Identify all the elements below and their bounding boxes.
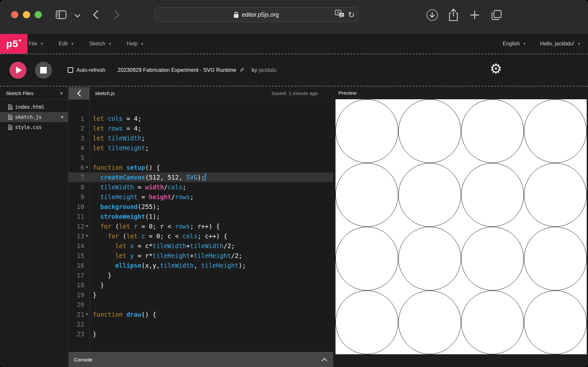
chevron-up-icon[interactable] [321,358,327,361]
menu-sketch[interactable]: Sketch▼ [89,41,112,47]
code-line[interactable]: 22 [69,319,333,329]
code-line[interactable]: 3let tileWidth; [69,133,333,143]
code-line-text: createCanvas(512, 512, SVG); [90,172,206,182]
code-line[interactable]: 17 } [69,270,333,280]
code-line[interactable]: 5 [69,153,333,163]
code-line-text: } [90,290,96,300]
line-number: 6 [69,163,84,172]
code-line[interactable]: 15 let y = r*tileHeight+tileHeight/2; [69,251,333,261]
zoom-window-button[interactable] [35,11,42,18]
new-tab-icon[interactable] [470,10,480,21]
ellipse-shape [399,100,461,163]
code-line[interactable]: 4let tileHeight; [69,143,333,153]
line-number: 14 [69,241,84,251]
reload-icon[interactable]: ↻ [348,11,355,19]
fold-arrow-icon[interactable]: ▼ [84,163,90,172]
code-line-text: let cols = 4; [90,114,141,123]
account-menu[interactable]: Hello, jackbdu!▼ [540,41,581,47]
code-line[interactable]: 13▼ for (let c = 0; c < cols; c++) { [69,231,333,241]
line-number: 15 [69,251,84,261]
p5-logo[interactable]: p5* [0,34,27,54]
forward-icon[interactable] [114,10,120,21]
line-number: 3 [69,133,84,143]
file-options-chevron-icon[interactable]: ▼ [61,115,63,119]
ellipse-shape [336,227,398,290]
code-line[interactable]: 21▼function draw() { [69,310,333,319]
auto-refresh-checkbox[interactable] [68,67,73,73]
code-line[interactable]: 12▼ for (let r = 0; r < rows; r++) { [69,221,333,231]
play-icon [16,67,22,74]
code-line[interactable]: 6▼function setup() { [69,163,333,172]
code-line[interactable]: 11 strokeWeight(1); [69,212,333,221]
file-row-index-html[interactable]: index.html [0,102,68,112]
code-line[interactable]: 14 let x = c*tileWidth+tileWidth/2; [69,241,333,251]
close-window-button[interactable] [11,11,18,18]
code-line[interactable]: 18 } [69,280,333,290]
code-line[interactable]: 20 [69,300,333,310]
code-line[interactable]: 16 ellipse(x,y,tileWidth, tileHeight); [69,261,333,270]
console-bar[interactable]: Console [69,352,333,367]
address-bar[interactable]: editor.p5js.org A文 ↻ [154,7,358,22]
code-area[interactable]: 1let cols = 4;2let rows = 4;3let tileWid… [69,100,333,352]
tab-overview-icon[interactable] [491,9,502,22]
file-name: sketch.js [15,114,41,120]
fold-arrow-icon[interactable]: ▼ [84,310,90,319]
language-selector[interactable]: English▼ [503,41,526,47]
chevron-down-icon[interactable] [74,13,80,19]
code-line[interactable]: 10 background(255); [69,202,333,212]
code-line[interactable]: 7 createCanvas(512, 512, SVG); [69,172,333,182]
line-number: 11 [69,212,84,221]
minimize-window-button[interactable] [23,11,30,18]
line-number: 18 [69,280,84,290]
code-line-text: tileWidth = width/cols; [90,182,186,192]
line-number: 13 [69,231,84,241]
stop-button[interactable] [35,62,52,79]
fold-arrow-icon[interactable]: ▼ [84,231,90,241]
text-cursor [205,173,206,181]
fold-gutter [84,182,90,192]
edit-title-pencil-icon[interactable]: ✎ [239,67,244,74]
p5-menu-bar: p5* File▼ Edit▼ Sketch▼ Help▼ English▼ H… [0,34,588,54]
downloads-icon[interactable] [426,9,438,23]
menu-file[interactable]: File▼ [29,41,44,47]
file-row-style-css[interactable]: style.css [0,122,68,132]
author-name[interactable]: jackbdu [259,67,277,73]
menu-edit[interactable]: Edit▼ [59,41,74,47]
ellipse-shape [336,291,398,354]
code-line[interactable]: 8 tileWidth = width/cols; [69,182,333,192]
file-name: style.css [15,124,41,130]
code-line[interactable]: 19} [69,290,333,300]
tab-sketch-js[interactable]: sketch.js [95,90,115,96]
code-line[interactable]: 1let cols = 4; [69,114,333,123]
sketch-files-header[interactable]: Sketch Files ▼ [0,87,68,100]
code-line[interactable]: 23} [69,329,333,339]
code-line[interactable]: 2let rows = 4; [69,123,333,133]
collapse-sidebar-button[interactable] [69,87,90,100]
chrome-separator [71,10,72,24]
code-line-text: function setup() { [90,163,160,172]
chevron-down-icon: ▼ [140,42,144,46]
code-line[interactable]: 9 tileHeight = height/rows; [69,192,333,202]
file-sidebar: Sketch Files ▼ index.html sketch.js ▼ st… [0,87,68,367]
code-line-text: let rows = 4; [90,123,141,133]
play-button[interactable] [9,62,26,79]
fold-gutter [84,172,90,182]
file-row-sketch-js[interactable]: sketch.js ▼ [0,112,68,122]
ellipse-shape [461,227,524,290]
share-icon[interactable] [448,8,459,23]
code-line-text: let tileHeight; [90,143,149,153]
fold-gutter [84,251,90,261]
project-title[interactable]: 20230929 Fabrication Experiment - SVG Ru… [118,67,236,73]
back-icon[interactable] [93,10,99,21]
code-line-text: for (let c = 0; c < cols; c++) { [90,231,227,241]
menu-help[interactable]: Help▼ [127,41,144,47]
ellipse-shape [399,227,461,290]
translate-icon[interactable]: A文 [335,10,345,20]
settings-gear-icon[interactable]: ⚙ [490,62,502,76]
line-number: 1 [69,114,84,123]
ellipse-shape [524,163,586,227]
sidebar-toggle-icon[interactable] [56,10,67,21]
fold-arrow-icon[interactable]: ▼ [84,221,90,231]
ellipse-shape [399,163,461,227]
file-name: index.html [15,104,44,110]
